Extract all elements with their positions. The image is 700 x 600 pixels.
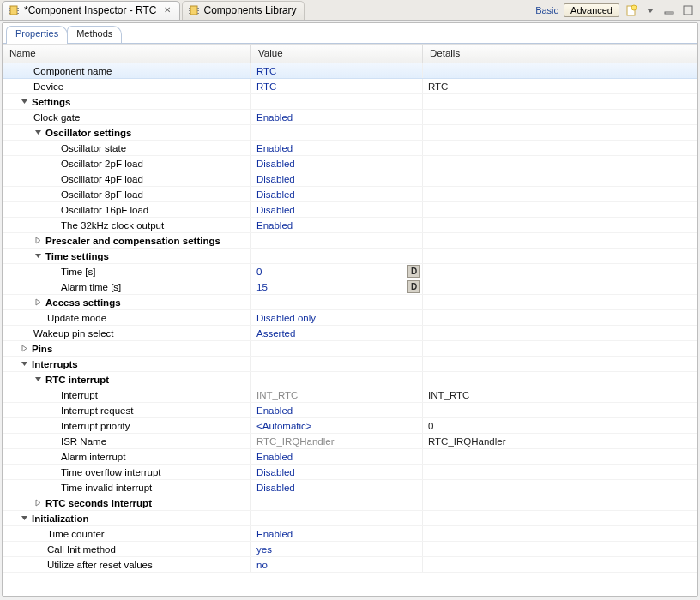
table-row[interactable]: Wakeup pin selectAsserted <box>3 326 697 341</box>
table-row[interactable]: Time counterEnabled <box>3 526 697 542</box>
property-value-cell[interactable]: Enabled <box>251 141 423 155</box>
table-row[interactable]: Component nameRTC <box>3 63 697 79</box>
property-name-cell[interactable]: Oscillator settings <box>3 125 251 140</box>
property-name-cell[interactable]: Alarm interrupt <box>3 449 251 464</box>
property-name-cell[interactable]: Time invalid interrupt <box>3 480 251 495</box>
tab-properties[interactable]: Properties <box>6 26 68 43</box>
table-row[interactable]: Interrupts <box>3 357 697 372</box>
property-name-cell[interactable]: Time [s] <box>3 264 251 279</box>
property-name-cell[interactable]: RTC seconds interrupt <box>3 495 251 510</box>
property-name-cell[interactable]: Interrupt request <box>3 403 251 417</box>
table-row[interactable]: Settings <box>3 94 697 110</box>
property-name-cell[interactable]: Oscillator 4pF load <box>3 171 251 186</box>
property-name-cell[interactable]: Interrupt priority <box>3 418 251 433</box>
collapse-icon[interactable] <box>20 97 29 106</box>
property-value-cell[interactable]: 0D <box>251 264 423 279</box>
table-row[interactable]: RTC seconds interrupt <box>3 495 697 511</box>
property-name-cell[interactable]: Time counter <box>3 526 251 541</box>
property-value-cell[interactable]: Asserted <box>251 326 423 340</box>
table-row[interactable]: Oscillator 4pF loadDisabled <box>3 171 697 187</box>
property-name-cell[interactable]: RTC interrupt <box>3 372 251 387</box>
expand-icon[interactable] <box>20 344 29 353</box>
property-name-cell[interactable]: Time settings <box>3 249 251 263</box>
property-value-cell[interactable]: <Automatic> <box>251 418 423 433</box>
collapse-icon[interactable] <box>33 375 43 384</box>
table-row[interactable]: Interrupt priority<Automatic>0 <box>3 418 697 434</box>
property-name-cell[interactable]: Oscillator 8pF load <box>3 187 251 201</box>
table-row[interactable]: Time [s]0D <box>3 264 697 279</box>
property-name-cell[interactable]: Prescaler and compensation settings <box>3 233 251 248</box>
table-row[interactable]: Pins <box>3 341 697 357</box>
property-value-cell[interactable]: Disabled <box>251 202 423 217</box>
editor-tab-library[interactable]: Components Library <box>182 1 305 20</box>
close-icon[interactable]: ✕ <box>164 6 172 15</box>
property-value-cell[interactable]: 15D <box>251 279 423 294</box>
table-row[interactable]: DeviceRTCRTC <box>3 79 697 94</box>
property-value-cell[interactable]: Enabled <box>251 110 423 124</box>
property-value-cell[interactable]: INT_RTC <box>251 387 423 402</box>
table-row[interactable]: Clock gateEnabled <box>3 110 697 125</box>
column-header-name[interactable]: Name <box>3 45 251 63</box>
property-value-cell[interactable]: Enabled <box>251 526 423 541</box>
property-value-cell[interactable]: Enabled <box>251 449 423 464</box>
table-row[interactable]: Time settings <box>3 249 697 264</box>
property-name-cell[interactable]: ISR Name <box>3 434 251 448</box>
property-name-cell[interactable]: Interrupts <box>3 357 251 371</box>
property-value-cell[interactable]: Enabled <box>251 403 423 417</box>
property-name-cell[interactable]: Utilize after reset values <box>3 557 251 572</box>
property-name-cell[interactable]: Device <box>3 79 251 93</box>
table-row[interactable]: Oscillator 16pF loadDisabled <box>3 202 697 218</box>
collapse-icon[interactable] <box>20 359 29 369</box>
property-value-cell[interactable]: Disabled <box>251 480 423 495</box>
property-name-cell[interactable]: Initialization <box>3 511 251 525</box>
expand-icon[interactable] <box>33 297 43 307</box>
property-value-cell[interactable]: RTC_IRQHandler <box>251 434 423 448</box>
expand-icon[interactable] <box>33 498 43 507</box>
table-row[interactable]: Interrupt requestEnabled <box>3 403 697 418</box>
table-row[interactable]: Time overflow interruptDisabled <box>3 465 697 480</box>
editor-tab-inspector[interactable]: *Component Inspector - RTC ✕ <box>2 1 180 20</box>
table-row[interactable]: Oscillator stateEnabled <box>3 141 697 156</box>
property-value-cell[interactable]: Disabled <box>251 171 423 186</box>
property-name-cell[interactable]: Interrupt <box>3 387 251 402</box>
collapse-icon[interactable] <box>33 128 43 137</box>
property-name-cell[interactable]: Alarm time [s] <box>3 279 251 294</box>
table-row[interactable]: Oscillator 2pF loadDisabled <box>3 156 697 171</box>
column-header-details[interactable]: Details <box>423 45 697 63</box>
property-value-cell[interactable]: RTC <box>251 63 423 78</box>
table-row[interactable]: Utilize after reset valuesno <box>3 557 697 573</box>
property-name-cell[interactable]: Time overflow interrupt <box>3 465 251 479</box>
property-name-cell[interactable]: The 32kHz clock output <box>3 218 251 232</box>
property-name-cell[interactable]: Oscillator 2pF load <box>3 156 251 171</box>
minimize-icon[interactable] <box>662 3 676 17</box>
table-row[interactable]: Access settings <box>3 295 697 310</box>
table-row[interactable]: InterruptINT_RTCINT_RTC <box>3 387 697 403</box>
advanced-button[interactable]: Advanced <box>564 3 619 17</box>
property-name-cell[interactable]: Pins <box>3 341 251 356</box>
property-value-cell[interactable]: Disabled <box>251 187 423 201</box>
table-row[interactable]: Update modeDisabled only <box>3 310 697 326</box>
property-value-cell[interactable]: Disabled <box>251 465 423 479</box>
property-value-cell[interactable]: no <box>251 557 423 572</box>
property-value-cell[interactable]: Disabled <box>251 156 423 171</box>
table-row[interactable]: Alarm interruptEnabled <box>3 449 697 465</box>
table-row[interactable]: Time invalid interruptDisabled <box>3 480 697 495</box>
property-name-cell[interactable]: Settings <box>3 94 251 109</box>
property-value-cell[interactable]: yes <box>251 542 423 556</box>
property-value-cell[interactable]: Disabled only <box>251 310 423 325</box>
collapse-icon[interactable] <box>20 513 29 523</box>
table-row[interactable]: Prescaler and compensation settings <box>3 233 697 249</box>
property-name-cell[interactable]: Access settings <box>3 295 251 309</box>
property-value-cell[interactable]: RTC <box>251 79 423 93</box>
basic-link[interactable]: Basic <box>535 5 558 15</box>
table-row[interactable]: Oscillator 8pF loadDisabled <box>3 187 697 202</box>
property-name-cell[interactable]: Component name <box>3 63 251 78</box>
default-badge[interactable]: D <box>407 265 420 278</box>
property-name-cell[interactable]: Call Init method <box>3 542 251 556</box>
table-row[interactable]: Initialization <box>3 511 697 526</box>
table-row[interactable]: The 32kHz clock outputEnabled <box>3 218 697 233</box>
menu-dropdown-icon[interactable] <box>643 3 657 17</box>
expand-icon[interactable] <box>33 236 43 245</box>
table-row[interactable]: ISR NameRTC_IRQHandlerRTC_IRQHandler <box>3 434 697 449</box>
tab-methods[interactable]: Methods <box>67 26 122 43</box>
